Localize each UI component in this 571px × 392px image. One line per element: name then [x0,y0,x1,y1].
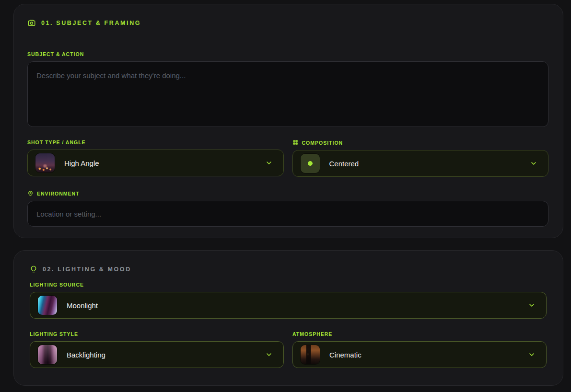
lighting-style-select[interactable]: Backlighting [30,341,284,368]
grid-icon [292,139,299,146]
lighting-source-label: LIGHTING SOURCE [30,282,547,288]
shot-type-label: SHOT TYPE / ANGLE [27,139,284,145]
map-pin-icon [27,190,34,196]
section-title: 01. SUBJECT & FRAMING [41,20,141,26]
atmosphere-label: ATMOSPHERE [292,331,547,337]
atmosphere-field: ATMOSPHERE Cinematic [292,331,547,368]
lighting-style-field: LIGHTING STYLE Backlighting [30,331,284,368]
lighting-style-value: Backlighting [67,351,105,359]
lighting-source-field: LIGHTING SOURCE Moonlight [30,282,547,319]
lighting-style-label: LIGHTING STYLE [30,331,284,337]
lightbulb-icon [30,265,37,274]
composition-field: COMPOSITION Centered [292,139,549,177]
environment-label: ENVIRONMENT [27,190,548,196]
atmosphere-select[interactable]: Cinematic [292,341,547,368]
environment-field: ENVIRONMENT [27,190,548,227]
chevron-down-icon [530,160,537,167]
section-header-lighting-mood: 02. LIGHTING & MOOD [30,265,547,274]
section-header-subject-framing: 01. SUBJECT & FRAMING [27,19,548,27]
chevron-down-icon [528,351,536,358]
section-card-subject-framing: 01. SUBJECT & FRAMING SUBJECT & ACTION S… [13,4,563,238]
cinematic-thumbnail [301,345,320,364]
composition-select[interactable]: Centered [292,150,549,177]
lighting-source-value: Moonlight [67,301,98,310]
chevron-down-icon [265,351,273,358]
subject-action-label: SUBJECT & ACTION [27,51,548,57]
centered-thumbnail [301,154,320,173]
shot-type-field: SHOT TYPE / ANGLE High Angle [27,139,284,177]
section-card-lighting-mood: 02. LIGHTING & MOOD LIGHTING SOURCE Moon… [13,250,563,386]
shot-type-select[interactable]: High Angle [27,150,284,176]
environment-input[interactable] [27,201,548,227]
composition-value: Centered [329,160,359,168]
atmosphere-value: Cinematic [329,351,361,359]
camera-icon [27,19,36,27]
moonlight-thumbnail [38,296,57,315]
chevron-down-icon [528,301,536,309]
composition-label: COMPOSITION [292,139,549,146]
high-angle-thumbnail [35,153,55,173]
backlighting-thumbnail [38,345,57,364]
lighting-source-select[interactable]: Moonlight [30,292,547,319]
subject-action-field: SUBJECT & ACTION [27,51,548,127]
section-title: 02. LIGHTING & MOOD [43,266,131,273]
chevron-down-icon [265,159,273,167]
subject-action-textarea[interactable] [27,61,548,127]
shot-type-value: High Angle [64,159,99,167]
